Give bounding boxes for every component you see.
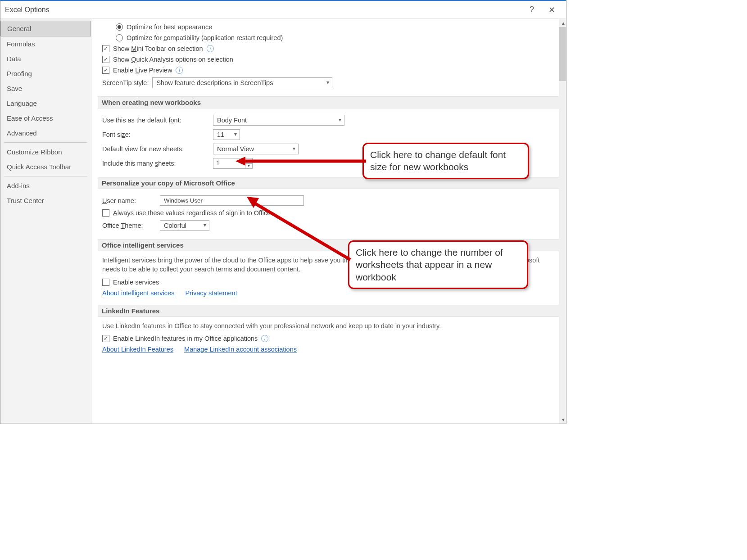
section-linkedin: LinkedIn Features — [98, 305, 561, 317]
enable-live-preview-checkbox[interactable]: ✓ — [102, 67, 109, 74]
vertical-scrollbar[interactable]: ▲ ▼ — [559, 19, 566, 424]
linkedin-desc: Use LinkedIn features in Office to stay … — [102, 321, 557, 330]
show-mini-toolbar-checkbox[interactable]: ✓ — [102, 45, 109, 52]
optimize-compat-label: Optimize for compatibility (application … — [127, 34, 283, 41]
enable-linkedin-checkbox[interactable]: ✓ — [102, 335, 109, 342]
info-icon[interactable]: i — [176, 67, 183, 74]
titlebar: Excel Options ? ✕ — [0, 1, 566, 19]
default-font-label: Use this as the default font: — [102, 117, 209, 124]
sidebar-item-proofing[interactable]: Proofing — [0, 66, 91, 81]
category-sidebar: General Formulas Data Proofing Save Lang… — [0, 19, 91, 424]
include-sheets-spinner[interactable]: 1 ▲▼ — [213, 158, 253, 169]
show-mini-toolbar-label: Show Mini Toolbar on selection — [113, 45, 203, 52]
sidebar-item-trust-center[interactable]: Trust Center — [0, 193, 91, 208]
enable-services-label: Enable services — [113, 279, 159, 286]
sidebar-item-advanced[interactable]: Advanced — [0, 126, 91, 140]
sidebar-item-customize-ribbon[interactable]: Customize Ribbon — [0, 145, 91, 159]
always-use-values-checkbox[interactable] — [102, 209, 109, 217]
sidebar-item-ease-of-access[interactable]: Ease of Access — [0, 111, 91, 126]
manage-linkedin-link[interactable]: Manage LinkedIn account associations — [184, 346, 297, 353]
show-quick-analysis-label: Show Quick Analysis options on selection — [113, 56, 233, 63]
sidebar-item-quick-access-toolbar[interactable]: Quick Access Toolbar — [0, 159, 91, 174]
default-view-label: Default view for new sheets: — [102, 145, 209, 153]
show-quick-analysis-checkbox[interactable]: ✓ — [102, 56, 109, 63]
about-linkedin-link[interactable]: About LinkedIn Features — [102, 346, 173, 353]
enable-live-preview-label: Enable Live Preview — [113, 67, 172, 74]
sidebar-item-data[interactable]: Data — [0, 51, 91, 66]
close-button[interactable]: ✕ — [542, 5, 561, 15]
sidebar-item-language[interactable]: Language — [0, 96, 91, 111]
font-size-select[interactable]: 11 — [213, 129, 240, 140]
excel-options-dialog: Excel Options ? ✕ General Formulas Data … — [0, 0, 566, 424]
callout-sheets: Click here to change the number of works… — [348, 240, 528, 289]
default-view-select[interactable]: Normal View — [213, 144, 299, 154]
about-intelligent-services-link[interactable]: About intelligent services — [102, 289, 174, 297]
dialog-title: Excel Options — [5, 6, 522, 14]
sidebar-separator — [4, 142, 87, 143]
scroll-up-button[interactable]: ▲ — [559, 19, 566, 27]
spinner-down[interactable]: ▼ — [245, 163, 252, 169]
optimize-compat-radio[interactable] — [116, 34, 123, 41]
privacy-statement-link[interactable]: Privacy statement — [185, 289, 237, 297]
section-creating-workbooks: When creating new workbooks — [98, 96, 561, 108]
default-font-select[interactable]: Body Font — [213, 115, 344, 126]
options-content: Optimize for best appearance Optimize fo… — [91, 19, 566, 424]
optimize-best-label: Optimize for best appearance — [127, 23, 212, 31]
screentip-select[interactable]: Show feature descriptions in ScreenTips — [152, 77, 332, 88]
username-label: User name: — [102, 197, 156, 204]
spinner-up[interactable]: ▲ — [245, 158, 252, 163]
include-sheets-label: Include this many sheets: — [102, 160, 209, 167]
optimize-best-radio[interactable] — [116, 23, 123, 31]
office-theme-label: Office Theme: — [102, 222, 156, 229]
sidebar-item-general[interactable]: General — [0, 21, 91, 36]
username-input[interactable] — [160, 195, 304, 206]
enable-services-checkbox[interactable] — [102, 279, 109, 286]
office-theme-select[interactable]: Colorful — [160, 220, 209, 231]
info-icon[interactable]: i — [261, 335, 268, 342]
scroll-thumb[interactable] — [559, 27, 566, 81]
always-use-values-label: Always use these values regardless of si… — [113, 209, 272, 217]
screentip-label: ScreenTip style: — [102, 79, 149, 86]
info-icon[interactable]: i — [207, 45, 214, 52]
font-size-label: Font size: — [102, 131, 209, 138]
enable-linkedin-label: Enable LinkedIn features in my Office ap… — [113, 335, 258, 342]
sidebar-item-save[interactable]: Save — [0, 81, 91, 96]
callout-font-size: Click here to change default font size f… — [362, 143, 529, 179]
sidebar-item-formulas[interactable]: Formulas — [0, 36, 91, 51]
scroll-down-button[interactable]: ▼ — [559, 415, 566, 424]
sidebar-item-add-ins[interactable]: Add-ins — [0, 178, 91, 193]
help-button[interactable]: ? — [522, 5, 542, 14]
sidebar-separator — [4, 176, 87, 176]
